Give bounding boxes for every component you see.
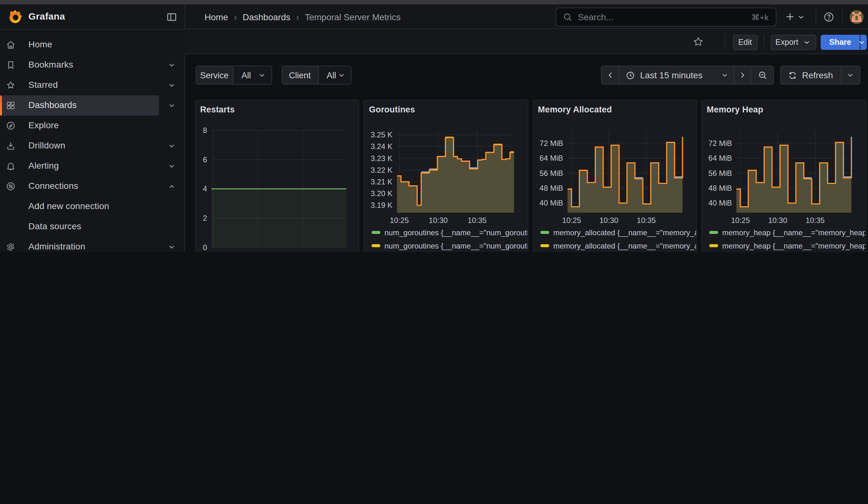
svg-text:10:35: 10:35 [637,216,656,225]
svg-text:56 MiB: 56 MiB [539,169,563,177]
svg-text:48 MiB: 48 MiB [539,184,563,192]
svg-text:8: 8 [203,126,207,134]
svg-text:56 MiB: 56 MiB [708,169,732,177]
svg-text:3.19 K: 3.19 K [371,201,392,209]
svg-text:10:30: 10:30 [599,216,618,225]
svg-text:memory_heap {__name__="memory_: memory_heap {__name__="memory_heap", ins… [722,228,868,237]
svg-text:64 MiB: 64 MiB [539,154,563,162]
svg-text:10:30: 10:30 [768,216,787,225]
svg-text:40 MiB: 40 MiB [708,199,732,207]
svg-text:4: 4 [203,184,207,193]
svg-text:3.21 K: 3.21 K [371,177,392,186]
svg-text:3.23 K: 3.23 K [371,154,392,163]
svg-text:10:25: 10:25 [562,216,581,225]
svg-text:10:30: 10:30 [428,216,447,225]
svg-text:10:35: 10:35 [468,216,487,225]
svg-text:0: 0 [203,243,207,252]
svg-text:64 MiB: 64 MiB [708,154,732,162]
svg-text:10:35: 10:35 [806,216,825,225]
svg-text:6: 6 [203,155,207,164]
svg-text:72 MiB: 72 MiB [708,139,732,147]
svg-text:48 MiB: 48 MiB [708,184,732,192]
svg-text:10:25: 10:25 [390,216,409,225]
svg-text:3.25 K: 3.25 K [371,131,392,139]
svg-text:2: 2 [203,214,207,222]
svg-text:memory_heap {__name__="memory_: memory_heap {__name__="memory_heap", ins… [722,241,868,250]
svg-text:72 MiB: 72 MiB [539,139,563,147]
svg-text:3.24 K: 3.24 K [371,142,392,151]
svg-text:40 MiB: 40 MiB [539,199,563,207]
svg-text:10:25: 10:25 [731,216,750,225]
svg-text:3.20 K: 3.20 K [371,189,392,198]
svg-text:3.22 K: 3.22 K [371,166,392,174]
